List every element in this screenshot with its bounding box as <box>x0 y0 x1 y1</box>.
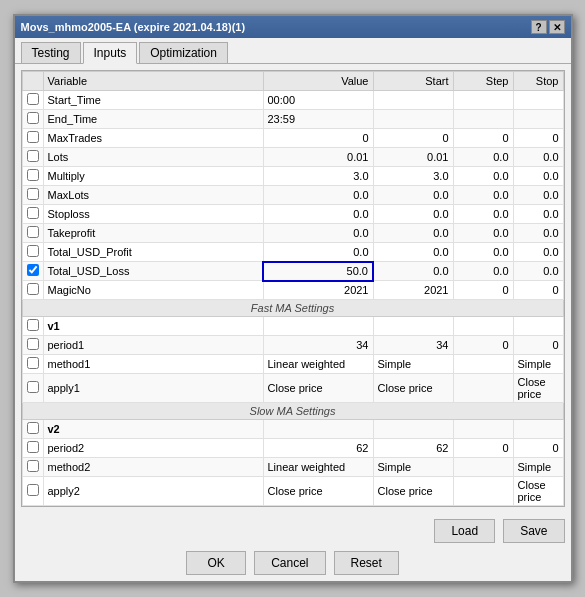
row-checkbox-cell[interactable] <box>22 458 43 477</box>
reset-button[interactable]: Reset <box>334 551 399 575</box>
close-button[interactable]: ✕ <box>549 20 565 34</box>
row-checkbox-cell[interactable] <box>22 262 43 281</box>
row-stop[interactable]: Close price <box>513 374 563 403</box>
row-checkbox-cell[interactable] <box>22 439 43 458</box>
row-checkbox[interactable] <box>27 422 39 434</box>
row-step[interactable]: 0.0 <box>453 262 513 281</box>
row-checkbox[interactable] <box>27 169 39 181</box>
row-value[interactable]: 23:59 <box>263 110 373 129</box>
row-step[interactable]: 0.0 <box>453 148 513 167</box>
tab-optimization[interactable]: Optimization <box>139 42 228 63</box>
row-start[interactable]: 0.0 <box>373 186 453 205</box>
row-value[interactable]: 0.0 <box>263 205 373 224</box>
row-checkbox[interactable] <box>27 245 39 257</box>
row-step[interactable] <box>453 110 513 129</box>
row-checkbox[interactable] <box>27 319 39 331</box>
row-value[interactable] <box>263 317 373 336</box>
row-start[interactable]: 0.0 <box>373 224 453 243</box>
row-stop[interactable]: 0 <box>513 439 563 458</box>
row-value[interactable]: 0.01 <box>263 148 373 167</box>
row-start[interactable]: 0.01 <box>373 148 453 167</box>
row-stop[interactable]: 0.0 <box>513 224 563 243</box>
row-checkbox[interactable] <box>27 484 39 496</box>
row-start[interactable]: Close price <box>373 477 453 506</box>
row-value[interactable]: Close price <box>263 477 373 506</box>
row-value[interactable]: 0.0 <box>263 224 373 243</box>
row-checkbox-cell[interactable] <box>22 224 43 243</box>
row-checkbox-cell[interactable] <box>22 355 43 374</box>
row-value[interactable] <box>263 420 373 439</box>
row-checkbox-cell[interactable] <box>22 336 43 355</box>
row-checkbox[interactable] <box>27 357 39 369</box>
row-checkbox[interactable] <box>27 131 39 143</box>
row-stop[interactable]: 0.0 <box>513 167 563 186</box>
row-step[interactable]: 0.0 <box>453 167 513 186</box>
row-start[interactable]: 62 <box>373 439 453 458</box>
row-value[interactable]: 0.0 <box>263 186 373 205</box>
row-value[interactable]: 3.0 <box>263 167 373 186</box>
ok-button[interactable]: OK <box>186 551 246 575</box>
row-checkbox[interactable] <box>27 441 39 453</box>
row-value[interactable]: 0 <box>263 129 373 148</box>
row-stop[interactable]: 0.0 <box>513 186 563 205</box>
row-start[interactable] <box>373 317 453 336</box>
row-stop[interactable]: Close price <box>513 477 563 506</box>
row-stop[interactable] <box>513 110 563 129</box>
row-start[interactable]: 0.0 <box>373 205 453 224</box>
row-start[interactable]: 3.0 <box>373 167 453 186</box>
row-stop[interactable]: 0 <box>513 129 563 148</box>
row-start[interactable]: 0 <box>373 129 453 148</box>
row-checkbox[interactable] <box>27 381 39 393</box>
row-start[interactable] <box>373 420 453 439</box>
row-start[interactable]: 0.0 <box>373 262 453 281</box>
row-checkbox-cell[interactable] <box>22 148 43 167</box>
row-stop[interactable] <box>513 420 563 439</box>
row-value[interactable]: 2021 <box>263 281 373 300</box>
row-checkbox-cell[interactable] <box>22 205 43 224</box>
row-step[interactable]: 0 <box>453 281 513 300</box>
row-checkbox-cell[interactable] <box>22 281 43 300</box>
row-checkbox-cell[interactable] <box>22 129 43 148</box>
row-checkbox-cell[interactable] <box>22 91 43 110</box>
row-stop[interactable]: 0.0 <box>513 262 563 281</box>
row-checkbox[interactable] <box>27 264 39 276</box>
row-step[interactable]: 0.0 <box>453 224 513 243</box>
row-start[interactable]: Simple <box>373 458 453 477</box>
row-start[interactable] <box>373 91 453 110</box>
row-step[interactable] <box>453 477 513 506</box>
load-button[interactable]: Load <box>434 519 495 543</box>
row-stop[interactable] <box>513 317 563 336</box>
row-step[interactable] <box>453 355 513 374</box>
row-stop[interactable]: Simple <box>513 458 563 477</box>
row-stop[interactable]: 0 <box>513 281 563 300</box>
row-checkbox[interactable] <box>27 283 39 295</box>
row-checkbox-cell[interactable] <box>22 110 43 129</box>
row-value[interactable]: 62 <box>263 439 373 458</box>
row-checkbox-cell[interactable] <box>22 167 43 186</box>
row-value[interactable]: 50.0 <box>263 262 373 281</box>
row-step[interactable]: 0.0 <box>453 186 513 205</box>
row-checkbox-cell[interactable] <box>22 477 43 506</box>
row-step[interactable]: 0 <box>453 336 513 355</box>
row-checkbox-cell[interactable] <box>22 374 43 403</box>
row-value[interactable]: 34 <box>263 336 373 355</box>
row-stop[interactable]: 0.0 <box>513 243 563 262</box>
row-start[interactable]: 34 <box>373 336 453 355</box>
row-checkbox[interactable] <box>27 460 39 472</box>
row-stop[interactable] <box>513 91 563 110</box>
row-start[interactable]: Simple <box>373 355 453 374</box>
row-stop[interactable]: 0 <box>513 336 563 355</box>
row-stop[interactable]: 0.0 <box>513 205 563 224</box>
row-checkbox-cell[interactable] <box>22 317 43 336</box>
row-step[interactable]: 0 <box>453 439 513 458</box>
row-value[interactable]: Close price <box>263 374 373 403</box>
row-start[interactable]: 2021 <box>373 281 453 300</box>
row-checkbox-cell[interactable] <box>22 243 43 262</box>
help-button[interactable]: ? <box>531 20 547 34</box>
row-checkbox[interactable] <box>27 188 39 200</box>
cancel-button[interactable]: Cancel <box>254 551 325 575</box>
row-step[interactable] <box>453 317 513 336</box>
row-value[interactable]: 00:00 <box>263 91 373 110</box>
row-checkbox[interactable] <box>27 207 39 219</box>
row-checkbox[interactable] <box>27 226 39 238</box>
